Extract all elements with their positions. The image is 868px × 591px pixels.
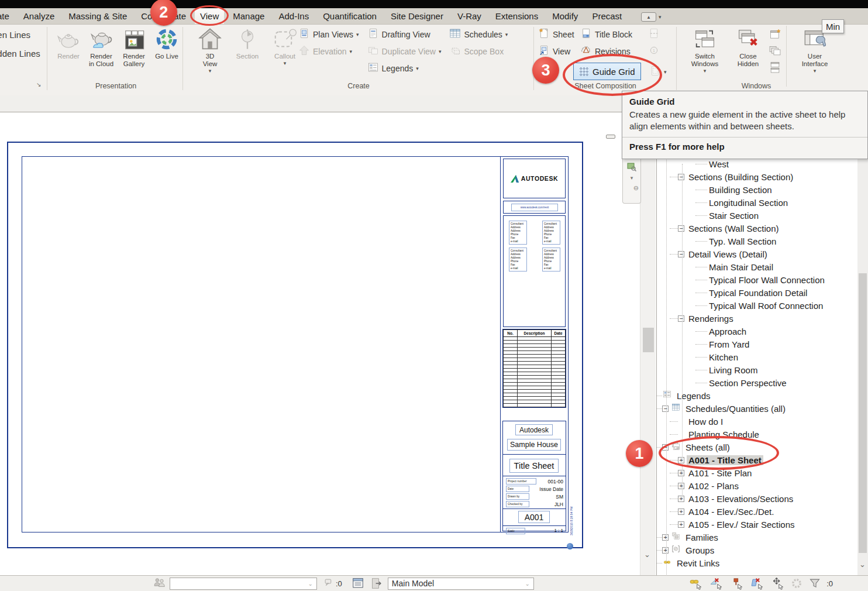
tree-item-main-stair-detail[interactable]: Main Stair Detail	[657, 260, 856, 273]
tree-item-a105-elev-stair-sections[interactable]: +A105 - Elev./ Stair Sections	[657, 518, 856, 531]
tree-item-section-perspective[interactable]: Section Perspective	[657, 376, 856, 389]
go-live-button[interactable]: Go Live	[151, 25, 182, 68]
scrollbar-thumb[interactable]	[859, 273, 867, 553]
expand-icon[interactable]: +	[678, 470, 684, 476]
tab-ate[interactable]: ate	[0, 8, 15, 24]
ribbon-display-toggle[interactable]: ▲ ▾	[641, 11, 668, 23]
tree-item-building-section[interactable]: Building Section	[657, 183, 856, 196]
title-block-button[interactable]: Title Block	[580, 26, 648, 43]
tile-windows-button[interactable]	[769, 61, 781, 76]
drawing-area[interactable]: AUTODESK www.autodesk.com/revit Consulta…	[0, 112, 639, 575]
tree-item-from-yard[interactable]: From Yard	[657, 338, 856, 351]
expand-icon[interactable]: +	[678, 496, 684, 502]
tree-item-typical-wall-roof-connection[interactable]: Typical Wall Roof Connection	[657, 299, 856, 312]
elevation-button[interactable]: Elevation▾	[298, 43, 359, 60]
tab-add-ins[interactable]: Add-Ins	[273, 8, 314, 24]
tab-collaborate[interactable]: Collaborate2	[136, 8, 191, 24]
tab-analyze[interactable]: Analyze	[18, 8, 60, 24]
editing-requests-icon[interactable]	[323, 577, 336, 590]
tree-item-a103-elevations-sections[interactable]: +A103 - Elevations/Sections	[657, 492, 856, 505]
sheet-button[interactable]: Sheet	[538, 26, 580, 43]
selection-filter-icon[interactable]	[808, 577, 821, 590]
chevron-down-icon[interactable]: ▾	[631, 175, 633, 181]
render-button[interactable]: Render	[53, 25, 84, 68]
show-hidden-lines-label[interactable]: len Lines	[0, 30, 30, 40]
tree-item-west[interactable]: West	[657, 157, 856, 170]
tab-site-designer[interactable]: Site Designer	[385, 8, 449, 24]
callout-button[interactable]: Callout▾	[268, 25, 302, 74]
select-links-icon[interactable]	[688, 577, 703, 590]
section-button[interactable]: Section	[230, 25, 264, 74]
tree-item-stair-section[interactable]: Stair Section	[657, 209, 856, 222]
schedules-button[interactable]: Schedules▾	[449, 26, 508, 43]
tree-item-how-do-i[interactable]: How do I	[657, 415, 856, 428]
tree-item-a104-elev-sec-det-[interactable]: +A104 - Elev./Sec./Det.	[657, 505, 856, 518]
tab-modify[interactable]: Modify	[547, 8, 583, 24]
collapse-icon[interactable]: −	[678, 225, 684, 232]
scrollbar-thumb[interactable]	[643, 328, 654, 352]
browser-vertical-scrollbar[interactable]: ⌄	[857, 153, 868, 575]
zoom-region-icon[interactable]	[627, 163, 636, 171]
tree-item-kitchen[interactable]: Kitchen	[657, 351, 856, 363]
tab-precast[interactable]: Precast	[587, 8, 627, 24]
remove-hidden-lines-label[interactable]: idden Lines	[0, 49, 40, 59]
cascade-windows-button[interactable]	[769, 44, 781, 60]
tab-quantification[interactable]: Quantification	[318, 8, 382, 24]
scroll-down-icon[interactable]: ⌄	[859, 560, 866, 569]
tree-item-longitudinal-section[interactable]: Longitudinal Section	[657, 196, 856, 209]
panel-launcher-icon[interactable]: ↘	[36, 81, 41, 88]
plan-views-button[interactable]: Plan Views▾	[298, 26, 359, 43]
select-underlay-icon[interactable]	[708, 577, 724, 590]
render-in-cloud-button[interactable]: Render in Cloud	[85, 25, 117, 68]
expand-icon[interactable]: +	[678, 521, 684, 528]
drag-on-selection-icon[interactable]	[770, 577, 785, 590]
tree-item-typical-foundation-detail[interactable]: Typical Foundation Detail	[657, 286, 856, 299]
render-gallery-button[interactable]: Render Gallery	[118, 25, 150, 68]
tab-extensions[interactable]: Extensions	[490, 8, 543, 24]
tree-item-renderings[interactable]: −Renderings	[657, 312, 856, 325]
tree-item-detail-views-detail-[interactable]: −Detail Views (Detail)	[657, 248, 856, 260]
tab-v-ray[interactable]: V-Ray	[452, 8, 487, 24]
tree-item-schedules-quantities-all-[interactable]: −Schedules/Quantities (all)	[657, 402, 856, 415]
expand-icon[interactable]: +	[678, 483, 684, 489]
scroll-down-icon[interactable]: ⌄	[644, 550, 650, 559]
canvas-vertical-scrollbar[interactable]: ⌄	[640, 112, 656, 575]
select-pinned-icon[interactable]	[729, 577, 744, 590]
worksets-combobox[interactable]: ⌄	[170, 578, 317, 590]
select-by-face-icon[interactable]	[749, 577, 764, 590]
tree-item-sections-wall-section-[interactable]: −Sections (Wall Section)	[657, 222, 856, 235]
expand-icon[interactable]: +	[662, 547, 669, 554]
design-options-icon[interactable]	[370, 577, 383, 590]
tree-item-revit-links[interactable]: Revit Links	[657, 556, 856, 569]
collapse-icon[interactable]: −	[678, 315, 684, 322]
tree-item-groups[interactable]: +Groups	[657, 544, 856, 556]
tree-item-families[interactable]: +Families	[657, 531, 856, 544]
tab-massing-site[interactable]: Massing & Site	[63, 8, 132, 24]
tree-item-living-room[interactable]: Living Room	[657, 363, 856, 376]
drafting-view-button[interactable]: Drafting View	[367, 26, 442, 43]
properties-icon[interactable]	[352, 577, 364, 590]
expand-icon[interactable]: +	[662, 534, 669, 541]
collapse-icon[interactable]: −	[662, 406, 669, 412]
tab-manage[interactable]: Manage	[228, 8, 270, 24]
duplicate-view-button[interactable]: Duplicate View▾	[367, 43, 442, 60]
replicate-window-button[interactable]	[769, 28, 781, 43]
design-options-combobox[interactable]: Main Model ⌄	[388, 578, 534, 590]
tree-item-approach[interactable]: Approach	[657, 325, 856, 338]
tree-item-a102-plans[interactable]: +A102 - Plans	[657, 479, 856, 492]
tab-view[interactable]: View	[195, 8, 224, 24]
tree-item-sections-building-section-[interactable]: −Sections (Building Section)	[657, 170, 856, 183]
close-hidden-button[interactable]: Close Hidden	[728, 25, 769, 68]
switch-windows-button[interactable]: Switch Windows▾	[682, 25, 728, 74]
tree-item-typical-floor-wall-connection[interactable]: Typical Floor Wall Connection	[657, 273, 856, 286]
3d-view-button[interactable]: 3D View▾	[193, 25, 227, 74]
minimized-window-icon[interactable]	[606, 135, 615, 139]
legends-button[interactable]: Legends▾	[367, 60, 442, 77]
tree-item-a101-site-plan[interactable]: +A101 - Site Plan	[657, 466, 856, 479]
collapse-icon[interactable]: ⊖	[633, 184, 639, 192]
tool-button[interactable]: 1	[648, 43, 660, 60]
tree-item-typ-wall-section[interactable]: Typ. Wall Section	[657, 235, 856, 248]
collapse-icon[interactable]: −	[678, 174, 684, 180]
expand-icon[interactable]: +	[678, 508, 684, 515]
collapse-icon[interactable]: −	[678, 251, 684, 257]
